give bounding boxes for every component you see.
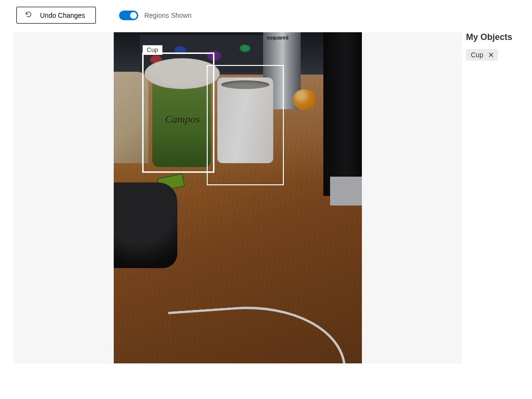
region-label: Cup — [143, 45, 163, 55]
remove-tag-button[interactable] — [487, 51, 495, 59]
undo-label: Undo Changes — [40, 11, 85, 20]
regions-toggle-group: Regions Shown — [119, 11, 191, 20]
tumbler-text: nsquared — [267, 35, 289, 40]
objects-heading: My Objects — [466, 32, 526, 42]
object-orange — [293, 89, 316, 110]
object-tag: Cup — [466, 49, 498, 61]
object-pouch — [114, 182, 177, 268]
object-tag-label: Cup — [471, 51, 483, 59]
annotated-image: nsquared Campos Cup — [114, 32, 362, 363]
toolbar: Undo Changes Regions Shown — [0, 0, 532, 32]
image-canvas[interactable]: nsquared Campos Cup — [13, 32, 462, 363]
region-box[interactable] — [207, 65, 284, 185]
undo-icon — [25, 10, 32, 20]
regions-toggle-label: Regions Shown — [144, 12, 191, 19]
regions-toggle[interactable] — [119, 11, 138, 20]
objects-panel: My Objects Cup — [462, 32, 532, 399]
close-icon — [488, 52, 494, 58]
undo-button[interactable]: Undo Changes — [16, 7, 96, 24]
region-box[interactable]: Cup — [142, 52, 214, 173]
